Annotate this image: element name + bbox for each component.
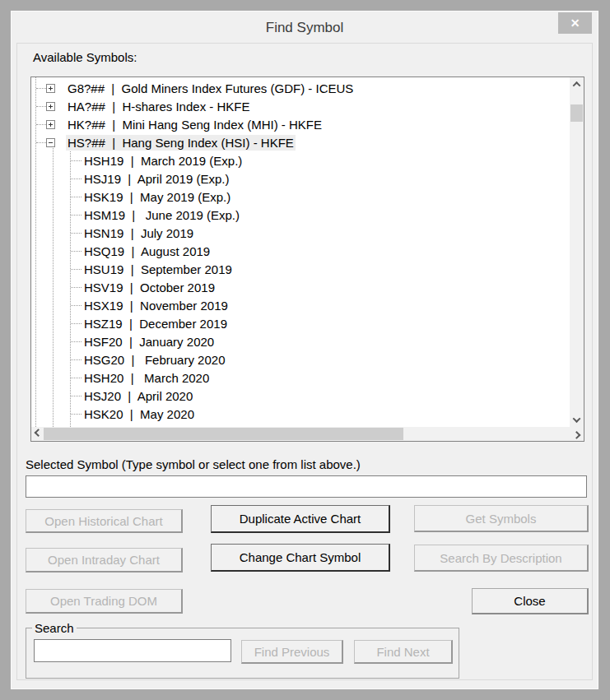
tree-connector	[71, 251, 81, 252]
open-intraday-chart-button[interactable]: Open Intraday Chart	[26, 548, 183, 573]
vertical-scrollbar[interactable]	[570, 77, 584, 427]
selected-symbol-label: Selected Symbol (Type symbol or select o…	[26, 457, 361, 471]
tree-item-label: HSZ19 | December 2019	[82, 316, 229, 331]
tree-item-label: HSM19 | June 2019 (Exp.)	[82, 207, 241, 223]
tree-group-row[interactable]: HS?## | Hang Seng Index (HSI) - HKFE	[31, 133, 570, 151]
tree-connector	[71, 178, 81, 179]
tree-connector	[71, 378, 81, 378]
tree-item-label: HSX19 | November 2019	[82, 298, 230, 313]
horizontal-scrollbar[interactable]	[31, 427, 584, 441]
tree-item-row[interactable]: HSN19 | July 2019	[31, 224, 570, 242]
tree-item-row[interactable]: HSH19 | March 2019 (Exp.)	[31, 151, 570, 169]
search-group: Search Find Previous Find Next	[26, 628, 459, 679]
tree-connector	[71, 197, 81, 197]
tree-item-label: HSK19 | May 2019 (Exp.)	[82, 189, 232, 205]
tree-item-label: HSV19 | October 2019	[82, 280, 217, 295]
tree-group-label: HA?## | H-shares Index - HKFE	[66, 99, 251, 114]
collapse-icon[interactable]	[46, 138, 55, 147]
tree-item-label: HSJ19 | April 2019 (Exp.)	[82, 171, 230, 187]
tree-item-label: HSJ20 | April 2020	[82, 388, 194, 404]
tree-item-row[interactable]: HSF20 | January 2020	[31, 332, 570, 350]
tree-connector	[36, 124, 46, 125]
tree-item-row[interactable]: HSG20 | February 2020	[31, 350, 570, 369]
tree-item-label: HSU19 | September 2019	[82, 262, 234, 277]
scroll-up-icon[interactable]	[570, 77, 584, 91]
tree-item-label: HSQ19 | August 2019	[82, 243, 212, 259]
expand-icon[interactable]	[46, 102, 55, 111]
symbol-listbox: G8?## | Gold Miners Index Futures (GDF) …	[30, 76, 584, 442]
tree-connector	[71, 305, 81, 306]
symbol-tree-viewport[interactable]: G8?## | Gold Miners Index Futures (GDF) …	[31, 77, 570, 427]
tree-connector	[36, 142, 46, 143]
tree-item-row[interactable]: HSV19 | October 2019	[31, 278, 570, 296]
scroll-down-icon[interactable]	[570, 413, 584, 427]
tree-group-label: G8?## | Gold Miners Index Futures (GDF) …	[66, 81, 355, 96]
tree-connector	[71, 396, 81, 396]
scroll-right-icon[interactable]	[570, 427, 584, 441]
tree-group-row[interactable]: HK?## | Mini Hang Seng Index (MHI) - HKF…	[31, 115, 570, 133]
tree-item-label: HSF20 | January 2020	[82, 334, 216, 350]
tree-group-label: HS?## | Hang Seng Index (HSI) - HKFE	[66, 135, 296, 151]
tree-item-row[interactable]: HSZ19 | December 2019	[31, 314, 570, 332]
tree-connector	[71, 269, 81, 270]
tree-item-row[interactable]: HSK20 | May 2020	[31, 405, 570, 423]
tree-connector	[36, 88, 46, 89]
tree-group-row[interactable]: HA?## | H-shares Index - HKFE	[31, 97, 570, 115]
search-by-description-button[interactable]: Search By Description	[414, 545, 589, 572]
symbol-tree: G8?## | Gold Miners Index Futures (GDF) …	[31, 79, 570, 423]
tree-item-row[interactable]: HSH20 | March 2020	[31, 369, 570, 387]
find-previous-button[interactable]: Find Previous	[241, 640, 343, 664]
tree-connector	[71, 160, 81, 161]
tree-item-row[interactable]: HSK19 | May 2019 (Exp.)	[31, 188, 570, 206]
search-input[interactable]	[34, 639, 231, 662]
horizontal-scroll-thumb[interactable]	[44, 428, 403, 440]
tree-connector	[71, 233, 81, 234]
tree-item-row[interactable]: HSX19 | November 2019	[31, 296, 570, 314]
tree-item-row[interactable]: HSJ20 | April 2020	[31, 387, 570, 405]
tree-connector	[71, 414, 81, 415]
tree-item-label: HSH20 | March 2020	[82, 370, 211, 386]
open-trading-dom-button[interactable]: Open Trading DOM	[26, 589, 183, 614]
tree-item-label: HSN19 | July 2019	[82, 225, 195, 241]
selected-symbol-input[interactable]	[26, 475, 587, 498]
close-icon[interactable]: ✕	[558, 12, 592, 34]
duplicate-active-chart-button[interactable]: Duplicate Active Chart	[211, 505, 390, 533]
tree-item-row[interactable]: HSM19 | June 2019 (Exp.)	[31, 206, 570, 224]
expand-icon[interactable]	[46, 84, 55, 93]
tree-connector	[71, 323, 81, 324]
content-panel: Available Symbols: G8?## | Gold Miners I…	[16, 43, 593, 680]
tree-group-label: HK?## | Mini Hang Seng Index (MHI) - HKF…	[66, 117, 324, 132]
dialog-title: Find Symbol	[12, 20, 598, 36]
tree-item-row[interactable]: HSJ19 | April 2019 (Exp.)	[31, 169, 570, 188]
tree-item-row[interactable]: HSQ19 | August 2019	[31, 242, 570, 260]
tree-connector	[71, 215, 81, 216]
close-button[interactable]: Close	[472, 588, 589, 614]
tree-group-row[interactable]: G8?## | Gold Miners Index Futures (GDF) …	[31, 79, 570, 97]
available-symbols-label: Available Symbols:	[33, 50, 137, 64]
get-symbols-button[interactable]: Get Symbols	[414, 505, 589, 532]
tree-item-label: HSK20 | May 2020	[82, 406, 196, 422]
tree-connector	[71, 359, 81, 360]
find-next-button[interactable]: Find Next	[354, 640, 453, 664]
vertical-scroll-thumb[interactable]	[570, 104, 583, 122]
search-group-label: Search	[32, 621, 77, 635]
expand-icon[interactable]	[46, 120, 55, 129]
tree-item-row[interactable]: HSU19 | September 2019	[31, 260, 570, 278]
tree-item-label: HSH19 | March 2019 (Exp.)	[82, 153, 244, 169]
tree-connector	[71, 287, 81, 288]
open-historical-chart-button[interactable]: Open Historical Chart	[26, 509, 183, 533]
tree-connector	[71, 341, 81, 342]
change-chart-symbol-button[interactable]: Change Chart Symbol	[211, 544, 390, 572]
tree-item-label: HSG20 | February 2020	[82, 352, 226, 368]
tree-connector	[36, 106, 46, 107]
find-symbol-dialog: Find Symbol ✕ Available Symbols: G8?## |…	[11, 11, 598, 689]
